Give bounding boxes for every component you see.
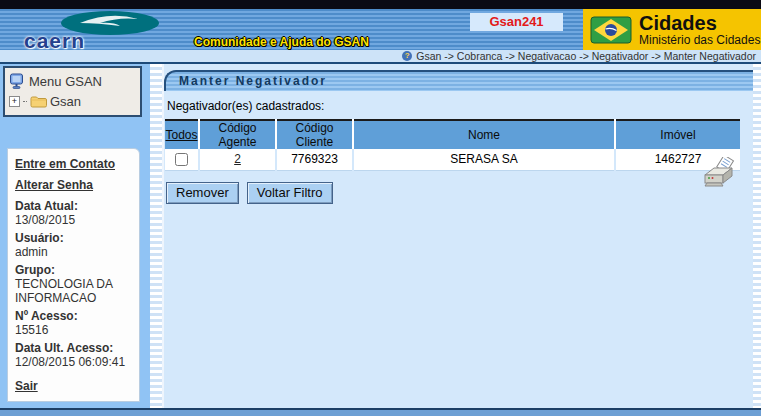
column-header-codigo-cliente: Código Cliente [276,120,353,149]
row-checkbox[interactable] [175,153,188,166]
header: caern Gsan241 Comunidade e Ajuda do GSAN… [0,9,761,50]
last-access-value: 12/08/2015 06:09:41 [15,355,133,369]
cidades-title: Cidades [639,13,760,33]
tree-item-label: Gsan [50,94,81,109]
records-caption: Negativador(es) cadastrados: [167,99,753,113]
main-content: Manter Negativador Negativador(es) cadas… [162,64,753,408]
current-date-value: 13/08/2015 [15,213,133,227]
page-title: Manter Negativador [164,70,753,91]
action-buttons: Remover Voltar Filtro [166,182,753,204]
access-count-value: 15516 [15,323,133,337]
nome-cell: SERASA SA [353,149,615,170]
agente-link[interactable]: 2 [234,152,241,166]
workstation-icon [9,73,24,90]
menu-gsan-header: Menu GSAN [9,71,136,92]
column-header-todos: Todos [165,120,199,149]
column-header-nome: Nome [353,120,615,149]
codigo-agente-cell: 2 [199,149,276,170]
sidebar-main-divider [150,64,162,408]
group-label: Grupo: [15,263,133,277]
last-access-label: Data Ult. Acesso: [15,341,133,355]
remove-button[interactable]: Remover [166,182,239,204]
top-black-bar [0,0,761,9]
sidebar: Menu GSAN + Gsan Entre em Contato Altera… [0,64,150,408]
gsan-version-badge: Gsan241 [470,13,563,31]
help-icon[interactable]: ? [402,51,412,61]
gsan-app-window: caern Gsan241 Comunidade e Ajuda do GSAN… [0,0,761,416]
logout-link[interactable]: Sair [15,379,133,393]
current-date-label: Data Atual: [15,199,133,213]
user-value: admin [15,245,133,259]
breadcrumb: Gsan -> Cobranca -> Negativacao -> Negat… [416,50,756,62]
brazil-flag-icon [590,16,632,44]
row-select-cell [165,149,199,170]
user-label: Usuário: [15,231,133,245]
table-header-row: Todos Código Agente Código Cliente Nome … [165,120,740,149]
group-value: TECNOLOGIA DA INFORMACAO [15,277,133,305]
menu-gsan-box: Menu GSAN + Gsan [3,66,142,117]
body: Menu GSAN + Gsan Entre em Contato Altera… [0,64,761,408]
column-header-imovel: Imóvel [615,120,740,149]
access-count-label: Nº Acesso: [15,309,133,323]
bottom-bar [0,408,761,416]
tree-connector [23,101,27,102]
community-help-banner[interactable]: Comunidade e Ajuda do GSAN [0,35,563,49]
column-header-codigo-agente: Código Agente [199,120,276,149]
contact-link[interactable]: Entre em Contato [15,157,133,171]
right-edge-stripe [753,64,761,408]
back-to-filter-button[interactable]: Voltar Filtro [247,182,333,204]
tree-expand-icon[interactable]: + [9,96,20,107]
table-row: 2 7769323 SERASA SA 1462727 [165,149,740,170]
folder-icon [30,95,47,108]
codigo-cliente-cell: 7769323 [276,149,353,170]
breadcrumb-bar: ? Gsan -> Cobranca -> Negativacao -> Neg… [0,50,761,62]
cidades-subtitle: Ministério das Cidades [639,33,760,47]
print-icon[interactable] [701,157,737,189]
select-all-link[interactable]: Todos [165,128,197,142]
session-info-panel: Entre em Contato Alterar Senha Data Atua… [7,148,140,402]
change-password-link[interactable]: Alterar Senha [15,178,133,192]
sidebar-tree-item-gsan[interactable]: + Gsan [9,92,136,111]
cidades-logo: Cidades Ministério das Cidades [583,9,761,50]
menu-gsan-label: Menu GSAN [29,74,102,89]
negativador-table: Todos Código Agente Código Cliente Nome … [165,119,740,171]
